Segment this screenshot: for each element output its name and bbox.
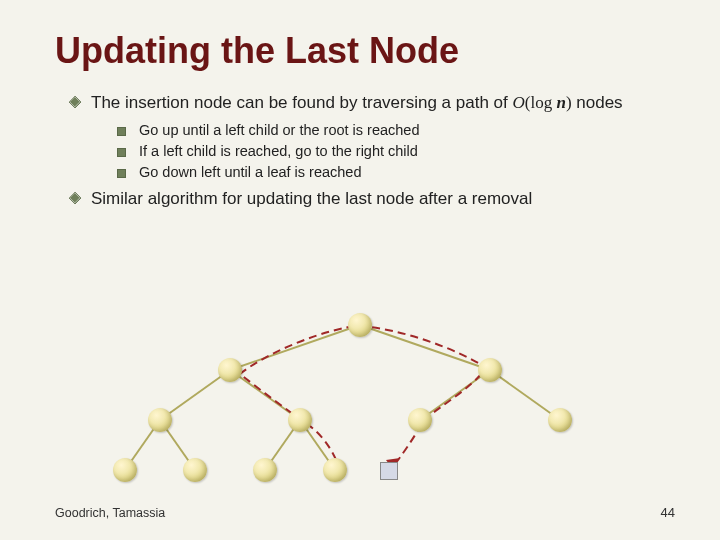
tree-node bbox=[183, 458, 207, 482]
tree-node bbox=[218, 358, 242, 382]
tree-node bbox=[113, 458, 137, 482]
tree-node-root bbox=[348, 313, 372, 337]
tree-node bbox=[148, 408, 172, 432]
square-icon bbox=[117, 169, 126, 178]
tree-node bbox=[478, 358, 502, 382]
tree-node bbox=[253, 458, 277, 482]
square-icon bbox=[117, 127, 126, 136]
diamond-icon bbox=[69, 192, 81, 204]
traversal-path bbox=[100, 310, 620, 510]
subbullet-1: Go up until a left child or the root is … bbox=[117, 122, 680, 138]
tree-node bbox=[288, 408, 312, 432]
subbullet-2-text: If a left child is reached, go to the ri… bbox=[139, 143, 418, 159]
subbullet-3: Go down left until a leaf is reached bbox=[117, 164, 680, 180]
square-icon bbox=[117, 148, 126, 157]
bullet-1: The insertion node can be found by trave… bbox=[69, 92, 680, 114]
math-n: n bbox=[556, 93, 565, 112]
bullet-2: Similar algorithm for updating the last … bbox=[69, 188, 680, 210]
bullet-1-text-c: nodes bbox=[572, 93, 623, 112]
slide-title: Updating the Last Node bbox=[55, 30, 680, 72]
insertion-target-box bbox=[380, 462, 398, 480]
math-log: log bbox=[530, 93, 556, 112]
svg-marker-2 bbox=[69, 192, 81, 204]
bullet-2-text: Similar algorithm for updating the last … bbox=[91, 189, 532, 208]
tree-node bbox=[408, 408, 432, 432]
slide: Updating the Last Node The insertion nod… bbox=[0, 0, 720, 540]
bullet-1-text-a: The insertion node can be found by trave… bbox=[91, 93, 513, 112]
subbullet-3-text: Go down left until a leaf is reached bbox=[139, 164, 361, 180]
diamond-icon bbox=[69, 96, 81, 108]
tree-node bbox=[323, 458, 347, 482]
subbullet-2: If a left child is reached, go to the ri… bbox=[117, 143, 680, 159]
page-number: 44 bbox=[661, 505, 675, 520]
svg-marker-0 bbox=[69, 96, 81, 108]
footer-authors: Goodrich, Tamassia bbox=[55, 506, 165, 520]
tree-node bbox=[548, 408, 572, 432]
math-O: O bbox=[513, 93, 525, 112]
subbullet-1-text: Go up until a left child or the root is … bbox=[139, 122, 420, 138]
